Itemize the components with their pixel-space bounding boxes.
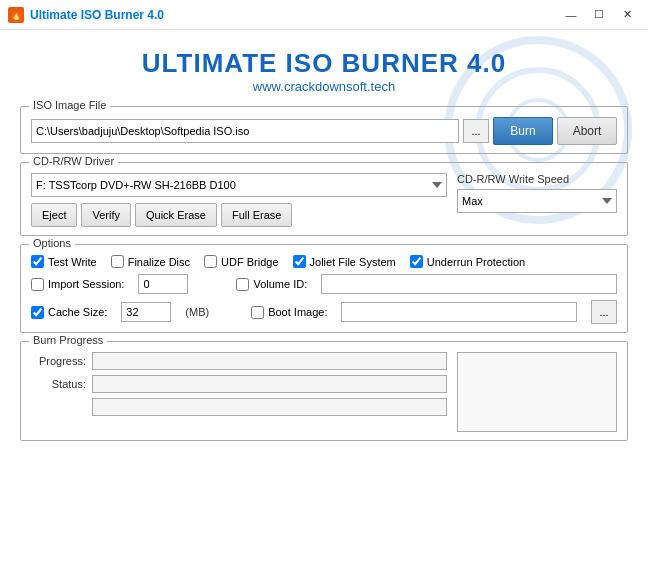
title-version: 4.0: [147, 8, 164, 22]
title-bar: 🔥 Ultimate ISO Burner 4.0 — ☐ ✕: [0, 0, 648, 30]
driver-select[interactable]: F: TSSTcorp DVD+-RW SH-216BB D100: [31, 173, 447, 197]
udf-bridge-checkbox[interactable]: [204, 255, 217, 268]
mb-label: (MB): [185, 306, 209, 318]
underrun-option[interactable]: Underrun Protection: [410, 255, 525, 268]
finalize-disc-checkbox[interactable]: [111, 255, 124, 268]
joliet-option[interactable]: Joliet File System: [293, 255, 396, 268]
iso-section-label: ISO Image File: [29, 99, 110, 111]
burn-button[interactable]: Burn: [493, 117, 553, 145]
options-row-1: Test Write Finalize Disc UDF Bridge Joli…: [31, 255, 617, 268]
app-header: ULTIMATE ISO BURNER 4.0 www.crackdownsof…: [20, 40, 628, 106]
udf-bridge-label: UDF Bridge: [221, 256, 278, 268]
iso-row: ... Burn Abort: [31, 117, 617, 145]
joliet-label: Joliet File System: [310, 256, 396, 268]
boot-image-option[interactable]: Boot Image:: [251, 306, 327, 319]
cache-size-input[interactable]: [121, 302, 171, 322]
iso-file-input[interactable]: [31, 119, 459, 143]
progress-row: Progress:: [31, 352, 447, 370]
main-content: ISO ULTIMATE ISO BURNER 4.0 www.crackdow…: [0, 30, 648, 561]
progress-grid: Progress: Status:: [31, 352, 617, 432]
title-bar-controls: — ☐ ✕: [558, 5, 640, 25]
app-subtitle: www.crackdownsoft.tech: [20, 79, 628, 94]
write-speed-label: CD-R/RW Write Speed: [457, 173, 617, 185]
close-button[interactable]: ✕: [614, 5, 640, 25]
progress-left: Progress: Status:: [31, 352, 447, 432]
boot-image-browse-button[interactable]: ...: [591, 300, 617, 324]
cache-size-option[interactable]: Cache Size:: [31, 306, 107, 319]
burn-progress-section: Burn Progress Progress: Status:: [20, 341, 628, 441]
maximize-button[interactable]: ☐: [586, 5, 612, 25]
test-write-checkbox[interactable]: [31, 255, 44, 268]
progress-bar-container: [92, 352, 447, 370]
app-title: ULTIMATE ISO BURNER 4.0: [20, 48, 628, 79]
eject-button[interactable]: Eject: [31, 203, 77, 227]
finalize-disc-option[interactable]: Finalize Disc: [111, 255, 190, 268]
browse-button[interactable]: ...: [463, 119, 489, 143]
extra-bar: [92, 398, 447, 416]
boot-image-checkbox[interactable]: [251, 306, 264, 319]
verify-button[interactable]: Verify: [81, 203, 131, 227]
burn-progress-label: Burn Progress: [29, 334, 107, 346]
volume-id-label: Volume ID:: [253, 278, 307, 290]
underrun-checkbox[interactable]: [410, 255, 423, 268]
driver-row: F: TSSTcorp DVD+-RW SH-216BB D100 Eject …: [31, 173, 617, 227]
boot-image-label: Boot Image:: [268, 306, 327, 318]
progress-right-panel: [457, 352, 617, 432]
boot-image-input[interactable]: [341, 302, 577, 322]
import-session-input[interactable]: [138, 274, 188, 294]
import-session-checkbox[interactable]: [31, 278, 44, 291]
cache-size-label: Cache Size:: [48, 306, 107, 318]
test-write-label: Test Write: [48, 256, 97, 268]
title-text: Ultimate ISO Burner: [30, 8, 147, 22]
underrun-label: Underrun Protection: [427, 256, 525, 268]
status-row: Status:: [31, 375, 447, 393]
driver-section-label: CD-R/RW Driver: [29, 155, 118, 167]
import-session-option[interactable]: Import Session:: [31, 278, 124, 291]
volume-id-input[interactable]: [321, 274, 617, 294]
cache-size-checkbox[interactable]: [31, 306, 44, 319]
minimize-button[interactable]: —: [558, 5, 584, 25]
write-speed-select[interactable]: Max 1x 2x 4x 8x 16x: [457, 189, 617, 213]
full-erase-button[interactable]: Full Erase: [221, 203, 293, 227]
driver-right: CD-R/RW Write Speed Max 1x 2x 4x 8x 16x: [457, 173, 617, 213]
title-bar-left: 🔥 Ultimate ISO Burner 4.0: [8, 7, 164, 23]
joliet-checkbox[interactable]: [293, 255, 306, 268]
status-label: Status:: [31, 378, 86, 390]
progress-label: Progress:: [31, 355, 86, 367]
driver-left: F: TSSTcorp DVD+-RW SH-216BB D100 Eject …: [31, 173, 447, 227]
extra-bar-row: [31, 398, 447, 416]
volume-id-option[interactable]: Volume ID:: [236, 278, 307, 291]
options-section: Options Test Write Finalize Disc UDF Bri…: [20, 244, 628, 333]
app-icon: 🔥: [8, 7, 24, 23]
driver-buttons: Eject Verify Quick Erase Full Erase: [31, 203, 447, 227]
status-bar: [92, 375, 447, 393]
quick-erase-button[interactable]: Quick Erase: [135, 203, 217, 227]
driver-section: CD-R/RW Driver F: TSSTcorp DVD+-RW SH-21…: [20, 162, 628, 236]
options-row-2: Import Session: Volume ID:: [31, 274, 617, 294]
import-session-label: Import Session:: [48, 278, 124, 290]
udf-bridge-option[interactable]: UDF Bridge: [204, 255, 278, 268]
iso-section: ISO Image File ... Burn Abort: [20, 106, 628, 154]
abort-button[interactable]: Abort: [557, 117, 617, 145]
finalize-disc-label: Finalize Disc: [128, 256, 190, 268]
volume-id-checkbox[interactable]: [236, 278, 249, 291]
title-bar-title: Ultimate ISO Burner 4.0: [30, 8, 164, 22]
test-write-option[interactable]: Test Write: [31, 255, 97, 268]
options-section-label: Options: [29, 237, 75, 249]
options-row-3: Cache Size: (MB) Boot Image: ...: [31, 300, 617, 324]
